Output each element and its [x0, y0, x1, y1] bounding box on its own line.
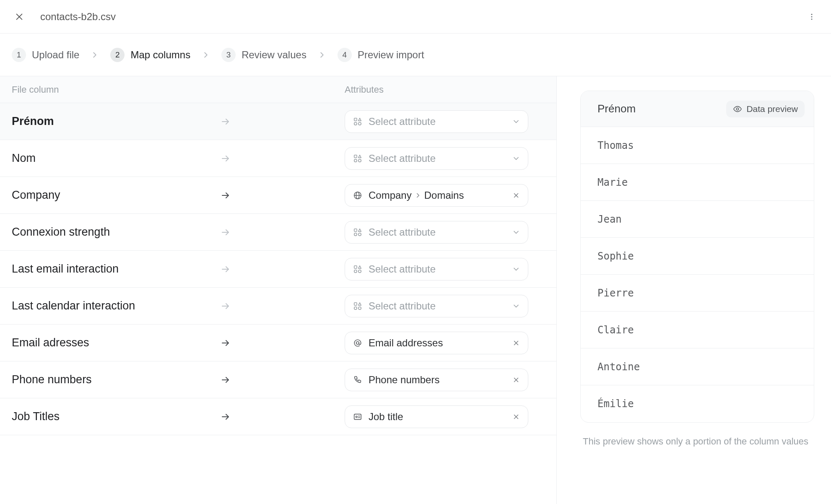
chevron-down-icon — [511, 301, 521, 311]
attribute-select[interactable]: Email addresses — [345, 332, 528, 354]
file-name: contacts-b2b.csv — [40, 11, 116, 23]
step-number: 3 — [221, 48, 236, 62]
mapping-row[interactable]: Phone numbersPhone numbers — [0, 361, 556, 398]
data-preview-badge-label: Data preview — [746, 104, 798, 114]
svg-point-5 — [737, 108, 739, 110]
preview-value: Émilie — [581, 385, 814, 422]
close-icon — [15, 12, 24, 21]
header-attributes: Attributes — [345, 84, 384, 95]
arrow-right-icon — [221, 227, 345, 237]
attribute-label: Phone numbers — [369, 374, 505, 386]
attribute-select[interactable]: Select attribute — [345, 258, 528, 281]
mapping-row[interactable]: Connexion strengthSelect attribute — [0, 214, 556, 251]
shapes-icon — [353, 264, 363, 274]
preview-value: Claire — [581, 312, 814, 348]
step-label: Review values — [242, 49, 306, 61]
attribute-select[interactable]: Select attribute — [345, 221, 528, 244]
file-column-name: Nom — [12, 152, 221, 165]
at-icon — [353, 338, 363, 348]
step-label: Upload file — [32, 49, 79, 61]
attribute-select[interactable]: CompanyDomains — [345, 184, 528, 207]
clear-attribute-button[interactable] — [511, 338, 521, 348]
attribute-placeholder: Select attribute — [369, 116, 505, 127]
attribute-label: Job title — [369, 411, 505, 423]
shapes-icon — [353, 153, 363, 164]
stepper: 1Upload file2Map columns3Review values4P… — [0, 34, 831, 76]
step-label: Preview import — [358, 49, 424, 61]
file-column-name: Last email interaction — [12, 262, 221, 275]
chevron-down-icon — [511, 264, 521, 274]
file-column-name: Company — [12, 189, 221, 202]
mapping-row[interactable]: PrénomSelect attribute — [0, 103, 556, 140]
globe-icon — [353, 190, 363, 200]
mapping-row[interactable]: NomSelect attribute — [0, 140, 556, 177]
chevron-down-icon — [511, 153, 521, 164]
mapping-header: File column Attributes — [0, 76, 556, 103]
arrow-right-icon — [221, 190, 345, 200]
mapping-row[interactable]: CompanyCompanyDomains — [0, 177, 556, 214]
step-number: 4 — [338, 48, 352, 62]
arrow-right-icon — [221, 375, 345, 385]
preview-value: Thomas — [581, 127, 814, 164]
arrow-right-icon — [221, 117, 345, 127]
step-1[interactable]: 1Upload file — [12, 48, 79, 62]
mapping-row[interactable]: Job TitlesJob title — [0, 398, 556, 435]
step-number: 2 — [110, 48, 125, 62]
chevron-right-icon — [198, 50, 214, 60]
attribute-select[interactable]: Select attribute — [345, 295, 528, 317]
file-column-name: Phone numbers — [12, 373, 221, 386]
chevron-right-icon — [87, 50, 103, 60]
phone-icon — [353, 375, 363, 385]
preview-value: Jean — [581, 201, 814, 238]
attribute-select[interactable]: Select attribute — [345, 147, 528, 170]
file-column-name: Email adresses — [12, 336, 221, 349]
attribute-label: Email addresses — [369, 337, 505, 349]
step-number: 1 — [12, 48, 26, 62]
eye-icon — [733, 104, 742, 114]
kebab-icon — [808, 13, 816, 21]
svg-point-4 — [811, 18, 813, 20]
data-preview-badge: Data preview — [726, 101, 805, 117]
mapping-row[interactable]: Email adressesEmail addresses — [0, 325, 556, 361]
step-2[interactable]: 2Map columns — [110, 48, 190, 62]
clear-attribute-button[interactable] — [511, 190, 521, 200]
attribute-select[interactable]: Job title — [345, 405, 528, 428]
chevron-down-icon — [511, 117, 521, 127]
file-column-name: Prénom — [12, 115, 221, 128]
arrow-right-icon — [221, 301, 345, 311]
preview-column-title: Prénom — [597, 102, 636, 115]
preview-note: This preview shows only a portion of the… — [580, 423, 814, 448]
preview-value: Antoine — [581, 348, 814, 385]
clear-attribute-button[interactable] — [511, 375, 521, 385]
attribute-select[interactable]: Phone numbers — [345, 369, 528, 391]
file-column-name: Last calendar interaction — [12, 299, 221, 312]
step-3[interactable]: 3Review values — [221, 48, 306, 62]
attribute-placeholder: Select attribute — [369, 300, 505, 312]
preview-value: Marie — [581, 164, 814, 201]
attribute-select[interactable]: Select attribute — [345, 110, 528, 133]
attribute-placeholder: Select attribute — [369, 226, 505, 238]
chevron-down-icon — [511, 227, 521, 237]
arrow-right-icon — [221, 264, 345, 274]
more-menu-button[interactable] — [804, 9, 819, 24]
step-label: Map columns — [130, 49, 190, 61]
step-4[interactable]: 4Preview import — [338, 48, 424, 62]
preview-card: Prénom Data preview ThomasMarieJeanSophi… — [580, 91, 814, 423]
mapping-row[interactable]: Last email interactionSelect attribute — [0, 251, 556, 288]
chevron-right-icon — [314, 50, 330, 60]
attribute-placeholder: Select attribute — [369, 153, 505, 164]
header-file-column: File column — [12, 84, 345, 95]
svg-point-2 — [811, 13, 813, 15]
mapping-row[interactable]: Last calendar interactionSelect attribut… — [0, 288, 556, 325]
preview-value: Sophie — [581, 238, 814, 275]
attribute-label: CompanyDomains — [369, 190, 505, 201]
chevron-right-icon — [412, 192, 424, 199]
close-button[interactable] — [12, 9, 27, 24]
arrow-right-icon — [221, 153, 345, 164]
arrow-right-icon — [221, 412, 345, 422]
attribute-placeholder: Select attribute — [369, 263, 505, 275]
arrow-right-icon — [221, 338, 345, 348]
badge-icon — [353, 412, 363, 422]
shapes-icon — [353, 301, 363, 311]
clear-attribute-button[interactable] — [511, 412, 521, 422]
